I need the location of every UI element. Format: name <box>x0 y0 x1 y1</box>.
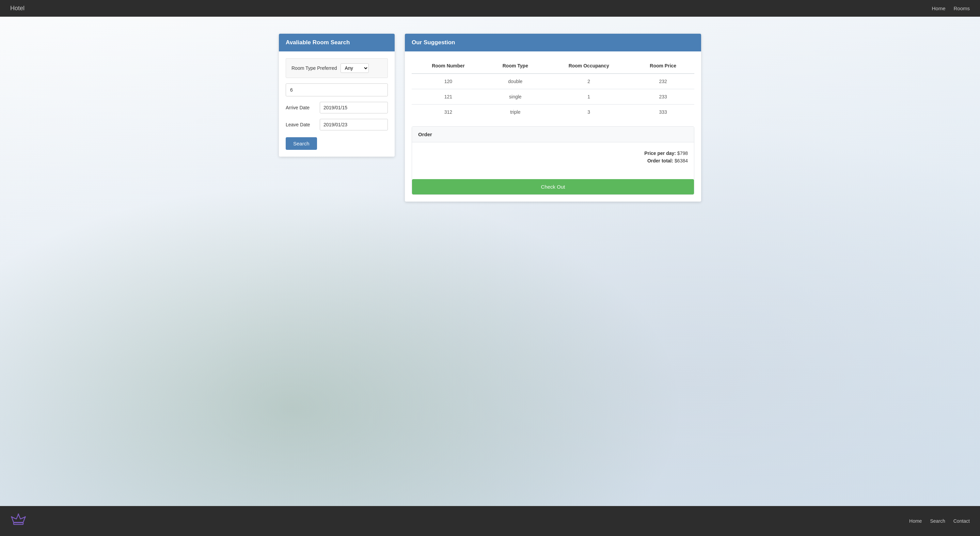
order-total-label: Order total: <box>648 158 673 164</box>
footer-logo <box>10 512 27 530</box>
footer-links: Home Search Contact <box>909 518 970 524</box>
cell-room-number: 121 <box>412 89 485 105</box>
order-title: Order <box>418 132 432 137</box>
room-type-label: Room Type Preferred <box>291 65 337 71</box>
brand-name: Hotel <box>10 5 24 12</box>
arrive-date-label: Arrive Date <box>286 105 317 110</box>
cell-room-type: triple <box>485 105 546 120</box>
room-type-select[interactable]: Any Single Double Triple <box>340 64 369 73</box>
col-room-type: Room Type <box>485 58 546 73</box>
order-total-value: $6384 <box>675 158 688 164</box>
cell-room-number: 120 <box>412 73 485 89</box>
cell-room-price: 232 <box>632 73 694 89</box>
col-room-occupancy: Room Occupancy <box>546 58 632 73</box>
search-panel-body: Room Type Preferred Any Single Double Tr… <box>279 51 395 157</box>
footer-search-link[interactable]: Search <box>930 518 945 524</box>
search-panel-header: Avaliable Room Search <box>279 34 395 51</box>
suggestion-panel-body: Room Number Room Type Room Occupancy Roo… <box>405 51 701 202</box>
cell-room-occupancy: 1 <box>546 89 632 105</box>
suggestion-panel: Our Suggestion Room Number Room Type Roo… <box>405 34 701 202</box>
footer-contact-link[interactable]: Contact <box>953 518 970 524</box>
main-content: Avaliable Room Search Room Type Preferre… <box>0 17 980 506</box>
table-row: 312 triple 3 333 <box>412 105 694 120</box>
order-body: Price per day: $798 Order total: $6384 <box>412 142 694 174</box>
table-row: 121 single 1 233 <box>412 89 694 105</box>
checkout-button[interactable]: Check Out <box>412 179 694 194</box>
order-section: Order Price per day: $798 Order total: $… <box>412 126 694 195</box>
order-header: Order <box>412 127 694 142</box>
price-per-day-value: $798 <box>677 151 688 156</box>
col-room-number: Room Number <box>412 58 485 73</box>
svg-rect-1 <box>14 523 23 525</box>
search-panel-title: Avaliable Room Search <box>286 39 350 46</box>
svg-marker-0 <box>11 514 25 522</box>
footer: Home Search Contact <box>0 506 980 536</box>
guests-input[interactable] <box>286 83 388 96</box>
search-panel: Avaliable Room Search Room Type Preferre… <box>279 34 395 157</box>
arrive-date-row: Arrive Date <box>286 102 388 113</box>
order-total-row: Order total: $6384 <box>418 158 688 164</box>
suggestion-panel-header: Our Suggestion <box>405 34 701 51</box>
cell-room-price: 233 <box>632 89 694 105</box>
arrive-date-input[interactable] <box>320 102 388 113</box>
leave-date-row: Leave Date <box>286 119 388 130</box>
cell-room-type: single <box>485 89 546 105</box>
svg-point-3 <box>24 516 26 518</box>
suggestion-panel-title: Our Suggestion <box>412 39 455 46</box>
cell-room-occupancy: 3 <box>546 105 632 120</box>
room-type-row: Room Type Preferred Any Single Double Tr… <box>286 58 388 78</box>
svg-point-2 <box>18 514 19 515</box>
cell-room-price: 333 <box>632 105 694 120</box>
nav-home-link[interactable]: Home <box>932 5 945 11</box>
cell-room-number: 312 <box>412 105 485 120</box>
svg-point-4 <box>11 516 12 518</box>
table-header-row: Room Number Room Type Room Occupancy Roo… <box>412 58 694 73</box>
order-totals: Price per day: $798 Order total: $6384 <box>418 148 688 168</box>
search-button[interactable]: Search <box>286 137 317 150</box>
col-room-price: Room Price <box>632 58 694 73</box>
top-nav-links: Home Rooms <box>932 5 970 11</box>
cell-room-occupancy: 2 <box>546 73 632 89</box>
footer-home-link[interactable]: Home <box>909 518 922 524</box>
table-row: 120 double 2 232 <box>412 73 694 89</box>
price-per-day-label: Price per day: <box>644 151 676 156</box>
price-per-day-row: Price per day: $798 <box>418 151 688 156</box>
leave-date-label: Leave Date <box>286 122 317 127</box>
content-wrapper: Avaliable Room Search Room Type Preferre… <box>251 17 729 219</box>
leave-date-input[interactable] <box>320 119 388 130</box>
nav-rooms-link[interactable]: Rooms <box>953 5 970 11</box>
cell-room-type: double <box>485 73 546 89</box>
rooms-table: Room Number Room Type Room Occupancy Roo… <box>412 58 694 119</box>
top-navigation: Hotel Home Rooms <box>0 0 980 17</box>
